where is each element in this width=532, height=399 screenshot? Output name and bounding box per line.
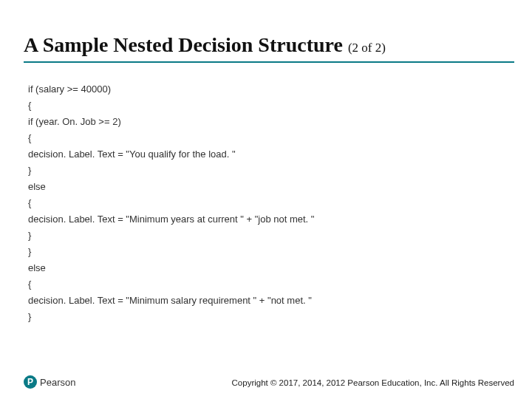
pearson-logo-text: Pearson: [40, 377, 75, 388]
title-main: A Sample Nested Decision Structure: [24, 33, 348, 56]
code-block: if (salary >= 40000) { if (year. On. Job…: [28, 81, 504, 325]
pearson-logo-icon: P: [24, 375, 37, 389]
footer: P Pearson Copyright © 2017, 2014, 2012 P…: [0, 371, 532, 389]
slide: A Sample Nested Decision Structure (2 of…: [0, 0, 532, 399]
title-sub: (2 of 2): [348, 41, 386, 55]
copyright-text: Copyright © 2017, 2014, 2012 Pearson Edu…: [232, 378, 514, 387]
slide-title: A Sample Nested Decision Structure (2 of…: [24, 34, 514, 63]
pearson-logo: P Pearson: [24, 375, 75, 389]
